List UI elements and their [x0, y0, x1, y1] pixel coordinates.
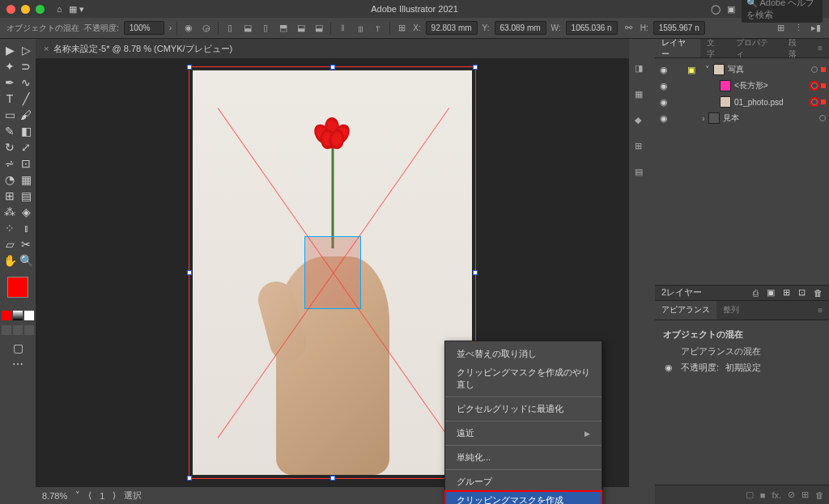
visibility-icon[interactable]: ◉ — [663, 362, 674, 373]
line-tool[interactable]: ╱ — [18, 91, 34, 107]
y-input[interactable]: 63.089 mm — [495, 21, 546, 35]
type-tool[interactable]: T — [2, 91, 18, 107]
layer-row-sample[interactable]: ◉ › 見本 — [655, 110, 829, 126]
close-window[interactable] — [6, 5, 15, 14]
artboard[interactable] — [193, 70, 472, 475]
h-input[interactable]: 1595.967 n — [653, 21, 705, 35]
hand-tool[interactable]: ✋ — [2, 252, 18, 269]
maximize-window[interactable] — [36, 5, 45, 14]
dist-h-icon[interactable]: ⫴ — [336, 22, 349, 35]
delete-layer-icon[interactable]: 🗑 — [814, 288, 823, 298]
rotate-tool[interactable]: ↻ — [2, 139, 18, 155]
align-center-icon[interactable]: ⬓ — [241, 22, 254, 35]
clear-icon[interactable]: ⊘ — [788, 489, 795, 500]
screen-mode[interactable]: ▢ — [10, 340, 26, 356]
dock-brushes-icon[interactable]: ▤ — [635, 167, 649, 181]
perspective-tool[interactable]: ▦ — [18, 172, 34, 188]
zoom-level[interactable]: 8.78% — [42, 491, 67, 501]
document-tab[interactable]: × 名称未設定-5* @ 8.78 % (CMYK/プレビュー) — [36, 39, 629, 58]
rect-tool[interactable]: ▭ — [2, 107, 18, 123]
target-icon[interactable] — [811, 66, 818, 73]
direct-select-tool[interactable]: ▷ — [18, 42, 34, 58]
panel-toggle-icon[interactable]: ▸▮ — [810, 22, 823, 35]
panel-menu-icon[interactable]: ≡ — [811, 301, 829, 320]
x-input[interactable]: 92.803 mm — [426, 21, 478, 35]
dist-v-icon[interactable]: ⫼ — [354, 22, 367, 35]
link-wh-icon[interactable]: ⚯ — [623, 22, 636, 35]
visibility-icon[interactable]: ◉ — [658, 97, 670, 108]
eyedropper-tool[interactable]: ⁂ — [2, 204, 18, 220]
panel-menu-icon[interactable]: ≡ — [811, 39, 829, 57]
minimize-window[interactable] — [21, 5, 30, 14]
delete-icon[interactable]: 🗑 — [815, 490, 824, 500]
target-icon[interactable] — [811, 83, 818, 89]
align-bottom-icon[interactable]: ⬓ — [312, 22, 325, 35]
add-stroke-icon[interactable]: ▢ — [746, 489, 754, 500]
cm-perspective[interactable]: 遠近▶ — [445, 424, 602, 443]
help-search[interactable]: 🔍 Adobe ヘルプを検索 — [742, 0, 823, 23]
tab-layers[interactable]: レイヤー — [655, 39, 700, 57]
opacity-arrow[interactable]: › — [169, 23, 172, 32]
color-mode[interactable] — [2, 311, 11, 320]
make-clip-icon[interactable]: ▣ — [767, 287, 775, 298]
zoom-tool[interactable]: 🔍 — [18, 252, 34, 269]
tab-properties[interactable]: プロパティ — [729, 39, 783, 57]
cm-pixel-grid[interactable]: ピクセルグリッドに最適化 — [445, 400, 602, 418]
curvature-tool[interactable]: ∿ — [18, 74, 34, 91]
cm-undo[interactable]: 並べ替えの取り消し — [445, 345, 602, 363]
tab-appearance[interactable]: アピアランス — [655, 301, 716, 320]
cm-make-clipping-mask[interactable]: クリッピングマスクを作成 — [445, 491, 602, 504]
pref-icon-1[interactable]: ⊞ — [774, 22, 787, 35]
duplicate-icon[interactable]: ⊞ — [801, 489, 809, 500]
add-effect-icon[interactable]: fx. — [772, 490, 781, 500]
layer-row-photo[interactable]: ◉ ▣ ˅ 写真 — [655, 61, 829, 78]
scale-tool[interactable]: ⤢ — [18, 139, 34, 155]
locate-layer-icon[interactable]: ⎙ — [753, 288, 759, 298]
fill-stroke-swatch[interactable] — [7, 272, 28, 298]
shape-builder-tool[interactable]: ◔ — [2, 172, 18, 188]
align-middle-icon[interactable]: ⬓ — [295, 22, 308, 35]
opacity-input[interactable]: 100% — [124, 21, 164, 35]
draw-inside[interactable] — [24, 325, 34, 335]
artboard-tool[interactable]: ▱ — [2, 236, 18, 252]
gradient-mode[interactable] — [13, 311, 23, 320]
align-top-icon[interactable]: ⬒ — [277, 22, 290, 35]
tab-align[interactable]: 整列 — [716, 301, 746, 320]
eraser-tool[interactable]: ◧ — [18, 123, 34, 139]
edit-toolbar[interactable]: ⋯ — [10, 356, 26, 372]
add-fill-icon[interactable]: ■ — [760, 490, 766, 500]
new-sublayer-icon[interactable]: ⊞ — [783, 287, 790, 298]
free-transform-tool[interactable]: ⊡ — [18, 155, 34, 172]
style-icon[interactable]: ◉ — [182, 22, 195, 35]
layer-row-rect[interactable]: ◉ <長方形> — [655, 78, 829, 94]
brush-tool[interactable]: 🖌 — [18, 107, 34, 123]
recolor-icon[interactable]: ◶ — [200, 22, 213, 35]
pen-tool[interactable]: ✒ — [2, 74, 18, 91]
lasso-tool[interactable]: ⊃ — [18, 58, 34, 74]
graph-tool[interactable]: ⫾ — [18, 220, 34, 236]
w-input[interactable]: 1065.036 n — [566, 21, 618, 35]
dist-space-icon[interactable]: ⫯ — [372, 22, 385, 35]
visibility-icon[interactable]: ◉ — [658, 81, 670, 91]
transform-anchor-icon[interactable]: ⊞ — [395, 22, 408, 35]
layer-row-photo-psd[interactable]: ◉ 01_photo.psd — [655, 94, 829, 110]
dock-libraries-icon[interactable]: ▦ — [635, 89, 649, 104]
width-tool[interactable]: ⩫ — [2, 155, 18, 172]
align-left-icon[interactable]: ▯ — [223, 22, 236, 35]
magic-wand-tool[interactable]: ✦ — [2, 58, 18, 74]
visibility-icon[interactable]: ◉ — [658, 65, 670, 75]
tab-text[interactable]: 文字 — [700, 39, 729, 57]
draw-behind[interactable] — [13, 325, 23, 335]
dock-swatches-icon[interactable]: ⊞ — [635, 141, 649, 155]
home-icon[interactable]: ⌂ — [57, 4, 62, 14]
new-layer-icon[interactable]: ⊡ — [798, 287, 806, 298]
appearance-opacity-value[interactable]: 初期設定 — [725, 362, 761, 374]
draw-normal[interactable] — [2, 325, 11, 335]
tab-paragraph[interactable]: 段落 — [782, 39, 811, 57]
none-mode[interactable] — [24, 311, 34, 320]
visibility-icon[interactable]: ◉ — [658, 113, 670, 124]
cm-simplify[interactable]: 単純化... — [445, 448, 602, 467]
symbol-sprayer-tool[interactable]: ⁘ — [2, 220, 18, 236]
selection-tool[interactable]: ▶ — [2, 42, 18, 58]
arrange-docs-icon[interactable]: ▦ ▾ — [69, 4, 84, 15]
